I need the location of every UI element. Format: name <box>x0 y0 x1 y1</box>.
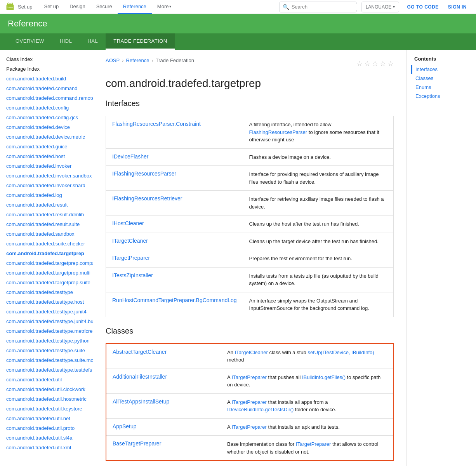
sidebar-link-targetprep-companion[interactable]: com.android.tradefed.targetprep.companio… <box>0 258 93 268</box>
interface-link[interactable]: FlashingResourcesParser.Constraint <box>112 121 201 127</box>
class-link[interactable]: AdditionalFilesInstaller <box>113 374 167 380</box>
logo-area[interactable]: Source Set up <box>5 2 33 12</box>
sidebar-link-util-keystore[interactable]: com.android.tradefed.util.keystore <box>0 404 93 414</box>
class-link[interactable]: AppSetup <box>113 423 137 429</box>
star-4[interactable]: ☆ <box>380 59 386 68</box>
sidebar-item-package-index[interactable]: Package Index <box>0 64 93 74</box>
sidebar-link-testtype-junit4[interactable]: com.android.tradefed.testtype.junit4 <box>0 307 93 316</box>
sidebar-link-targetprep-multi[interactable]: com.android.tradefed.targetprep.multi <box>0 268 93 278</box>
sidebar-link-util-proto[interactable]: com.android.tradefed.util.proto <box>0 423 93 433</box>
sidebar-link-util-net[interactable]: com.android.tradefed.util.net <box>0 414 93 423</box>
star-3[interactable]: ☆ <box>372 59 378 68</box>
sidebar-link-guice[interactable]: com.android.tradefed.guice <box>0 142 93 151</box>
sidebar-link-build[interactable]: com.android.tradefed.build <box>0 74 93 83</box>
sidebar-link-log[interactable]: com.android.tradefed.log <box>0 190 93 200</box>
class-link[interactable]: AllTestAppsInstallSetup <box>113 398 169 405</box>
toc-enums[interactable]: Enums <box>411 83 471 92</box>
sidebar-link-util-sl4a[interactable]: com.android.tradefed.util.sl4a <box>0 433 93 443</box>
sidebar-link-config-gcs[interactable]: com.android.tradefed.config.gcs <box>0 113 93 122</box>
class-link[interactable]: BaseTargetPreparer <box>113 440 161 447</box>
sidebar-link-sandbox[interactable]: com.android.tradefed.sandbox <box>0 229 93 239</box>
interface-link[interactable]: IDeviceFlasher <box>112 153 148 160</box>
inline-link[interactable]: IBuildInfo.getFiles() <box>302 374 346 380</box>
breadcrumb-trade-federation: Trade Federation <box>156 57 194 63</box>
sidebar-link-util[interactable]: com.android.tradefed.util <box>0 375 93 384</box>
sidebar-link-invoker-shard[interactable]: com.android.tradefed.invoker.shard <box>0 181 93 190</box>
inline-link[interactable]: FlashingResourcesParser <box>249 129 307 135</box>
android-logo-icon: Source <box>5 2 16 12</box>
sidebar-link-invoker-sandbox[interactable]: com.android.tradefed.invoker.sandbox <box>0 171 93 181</box>
sidebar-link-testtype-testdefs[interactable]: com.android.tradefed.testtype.testdefs <box>0 365 93 375</box>
interface-link[interactable]: ITargetPreparer <box>112 255 150 261</box>
sidebar-link-util-clockwork[interactable]: com.android.tradefed.util.clockwork <box>0 384 93 394</box>
svg-text:Source: Source <box>7 6 13 9</box>
inline-link[interactable]: ITargetCleaner <box>235 350 268 355</box>
toc-classes[interactable]: Classes <box>411 74 471 83</box>
sidebar-link-command-remote[interactable]: com.android.tradefed.command.remote <box>0 93 93 103</box>
tab-hidl[interactable]: HIDL <box>52 33 80 50</box>
toc-interfaces[interactable]: Interfaces <box>411 65 471 74</box>
sidebar-link-result[interactable]: com.android.tradefed.result <box>0 200 93 210</box>
class-desc: An ITargetCleaner class with a stub setU… <box>221 344 393 369</box>
nav-reference[interactable]: Reference <box>118 0 152 14</box>
nav-secure[interactable]: Secure <box>91 0 118 14</box>
sidebar-link-invoker[interactable]: com.android.tradefed.invoker <box>0 161 93 171</box>
sign-in-button[interactable]: SIGN IN <box>443 2 471 12</box>
inline-link[interactable]: setUp(ITestDevice, IBuildInfo) <box>307 350 374 355</box>
tab-overview[interactable]: OVERVIEW <box>8 33 52 50</box>
sidebar-link-testtype-suite-module[interactable]: com.android.tradefed.testtype.suite.modu… <box>0 355 93 365</box>
inline-link[interactable]: ITargetPreparer <box>296 441 331 447</box>
inline-link[interactable]: ITargetPreparer <box>232 424 267 430</box>
class-link[interactable]: AbstractTargetCleaner <box>113 349 167 355</box>
sidebar-link-testtype-metricregression[interactable]: com.android.tradefed.testtype.metricregr… <box>0 326 93 336</box>
tab-trade-federation[interactable]: TRADE FEDERATION <box>106 33 175 50</box>
search-input[interactable] <box>292 4 357 10</box>
sidebar-item-class-index[interactable]: Class Index <box>0 54 93 64</box>
sidebar-link-suite-checker[interactable]: com.android.tradefed.suite.checker <box>0 239 93 249</box>
search-area[interactable]: 🔍 <box>279 2 357 12</box>
sidebar-link-config[interactable]: com.android.tradefed.config <box>0 103 93 113</box>
table-row: ITargetCleaner Cleans up the target devi… <box>106 233 394 250</box>
sidebar-link-util-xml[interactable]: com.android.tradefed.util.xml <box>0 443 93 452</box>
nav-design[interactable]: Design <box>64 0 90 14</box>
language-button[interactable]: LANGUAGE ▾ <box>361 2 400 12</box>
page-title: com.android.tradefed.targetprep <box>106 77 394 90</box>
breadcrumb-reference[interactable]: Reference <box>126 57 149 63</box>
sidebar-link-testtype-suite[interactable]: com.android.tradefed.testtype.suite <box>0 346 93 355</box>
sidebar-link-result-ddmlib[interactable]: com.android.tradefed.result.ddmlib <box>0 210 93 219</box>
star-1[interactable]: ☆ <box>356 59 363 68</box>
sidebar-link-testtype-python[interactable]: com.android.tradefed.testtype.python <box>0 336 93 346</box>
tab-hal[interactable]: HAL <box>80 33 106 50</box>
inline-link[interactable]: IDeviceBuildInfo.getTestsDir() <box>227 407 294 412</box>
toc-exceptions[interactable]: Exceptions <box>411 92 471 101</box>
sidebar-link-testtype[interactable]: com.android.tradefed.testtype <box>0 287 93 297</box>
sidebar-link-device[interactable]: com.android.tradefed.device <box>0 122 93 132</box>
interface-link[interactable]: IFlashingResourcesParser <box>112 170 176 177</box>
toc-title: Contents <box>411 56 471 62</box>
sidebar-link-targetprep-suite[interactable]: com.android.tradefed.targetprep.suite <box>0 278 93 287</box>
interface-link[interactable]: RunHostCommandTargetPreparer.BgCommandLo… <box>112 297 237 303</box>
sidebar-link-host[interactable]: com.android.tradefed.host <box>0 151 93 161</box>
interface-link[interactable]: IFlashingResourcesRetriever <box>112 195 182 202</box>
sidebar-link-device-metric[interactable]: com.android.tradefed.device.metric <box>0 132 93 142</box>
sidebar-link-targetprep[interactable]: com.android.tradefed.targetprep <box>0 249 93 258</box>
sidebar-link-util-hostmetric[interactable]: com.android.tradefed.util.hostmetric <box>0 394 93 404</box>
sidebar-link-result-suite[interactable]: com.android.tradefed.result.suite <box>0 219 93 229</box>
sidebar-link-testtype-junit4-builder[interactable]: com.android.tradefed.testtype.junit4.bui… <box>0 316 93 326</box>
star-rating[interactable]: ☆ ☆ ☆ ☆ ☆ <box>356 59 394 68</box>
star-5[interactable]: ☆ <box>387 59 394 68</box>
star-2[interactable]: ☆ <box>364 59 370 68</box>
go-to-code-button[interactable]: GO TO CODE <box>402 2 443 12</box>
interface-link[interactable]: ITestsZipInstaller <box>112 272 153 278</box>
inline-link[interactable]: ITargetPreparer <box>232 399 267 405</box>
interface-link[interactable]: ITargetCleaner <box>112 238 148 244</box>
breadcrumb-aosp[interactable]: AOSP <box>106 57 120 63</box>
table-row: IDeviceFlasher Flashes a device image on… <box>106 148 394 166</box>
sidebar-link-command[interactable]: com.android.tradefed.command <box>0 83 93 93</box>
nav-more[interactable]: More ▾ <box>152 0 177 14</box>
nav-setup[interactable]: Set up <box>39 0 64 14</box>
interface-desc: Installs tests from a tests zip file (as… <box>243 267 394 292</box>
inline-link[interactable]: ITargetPreparer <box>232 374 267 380</box>
interface-link[interactable]: IHostCleaner <box>112 220 144 226</box>
sidebar-link-testtype-host[interactable]: com.android.tradefed.testtype.host <box>0 297 93 307</box>
